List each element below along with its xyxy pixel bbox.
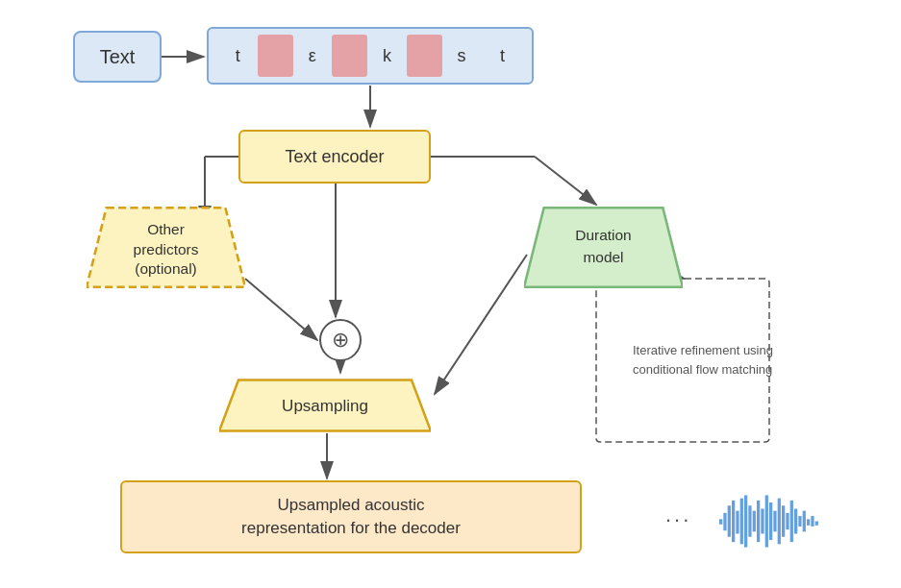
svg-rect-36 xyxy=(769,502,772,540)
svg-rect-27 xyxy=(732,501,735,542)
token-sequence: t ε k s t xyxy=(207,27,534,85)
svg-rect-32 xyxy=(753,511,756,532)
svg-rect-46 xyxy=(811,516,813,527)
token-sep1 xyxy=(258,35,293,77)
svg-text:Other: Other xyxy=(147,221,185,237)
svg-text:Upsampling: Upsampling xyxy=(282,397,368,415)
waveform-svg xyxy=(716,490,822,552)
text-input-box: Text xyxy=(73,31,162,83)
svg-text:(optional): (optional) xyxy=(135,260,196,277)
duration-model-svg: Duration model xyxy=(524,202,683,293)
svg-rect-47 xyxy=(815,522,818,526)
svg-rect-42 xyxy=(794,509,797,534)
token-epsilon: ε xyxy=(295,35,331,77)
other-predictors-svg: Other predictors (optional) xyxy=(87,202,245,293)
svg-rect-33 xyxy=(757,501,760,542)
svg-rect-37 xyxy=(773,511,776,532)
upsampled-box: Upsampled acoustic representation for th… xyxy=(120,480,582,553)
svg-line-9 xyxy=(245,279,317,340)
token-k: k xyxy=(369,35,405,77)
dots: ··· xyxy=(665,507,691,532)
svg-text:Duration: Duration xyxy=(575,227,631,243)
svg-line-11 xyxy=(435,255,527,394)
text-encoder-box: Text encoder xyxy=(238,130,431,184)
svg-rect-39 xyxy=(782,505,785,537)
sum-symbol: ⊕ xyxy=(332,328,349,353)
token-s: s xyxy=(444,35,480,77)
svg-rect-41 xyxy=(790,501,793,542)
upsampled-label: Upsampled acoustic representation for th… xyxy=(241,494,461,540)
svg-rect-44 xyxy=(803,511,806,532)
svg-text:predictors: predictors xyxy=(134,241,199,257)
svg-rect-40 xyxy=(786,513,788,529)
token-sep3 xyxy=(407,35,442,77)
diagram-container: Text t ε k s t Text encoder Other predic… xyxy=(0,0,901,588)
svg-rect-35 xyxy=(765,495,768,547)
token-sep2 xyxy=(332,35,367,77)
svg-rect-45 xyxy=(807,519,810,526)
svg-marker-19 xyxy=(524,208,683,287)
svg-line-7 xyxy=(535,157,596,205)
iterative-label: Iterative refinement using conditional f… xyxy=(633,343,773,377)
svg-rect-25 xyxy=(723,513,726,530)
token-t2: t xyxy=(485,35,520,77)
svg-rect-26 xyxy=(728,505,731,537)
svg-rect-29 xyxy=(740,499,743,545)
svg-rect-28 xyxy=(736,511,738,534)
text-input-label: Text xyxy=(100,46,136,68)
svg-rect-43 xyxy=(798,516,801,527)
svg-rect-34 xyxy=(761,509,763,534)
svg-rect-30 xyxy=(744,495,747,547)
svg-rect-38 xyxy=(778,499,781,545)
iterative-refinement-text: Iterative refinement using conditional f… xyxy=(633,341,825,379)
text-encoder-label: Text encoder xyxy=(285,147,384,167)
token-t1: t xyxy=(220,35,256,77)
svg-rect-31 xyxy=(748,505,751,537)
upsampling-svg: Upsampling xyxy=(219,373,431,435)
sum-circle: ⊕ xyxy=(319,319,362,361)
svg-rect-24 xyxy=(719,519,722,524)
svg-text:model: model xyxy=(583,249,623,265)
